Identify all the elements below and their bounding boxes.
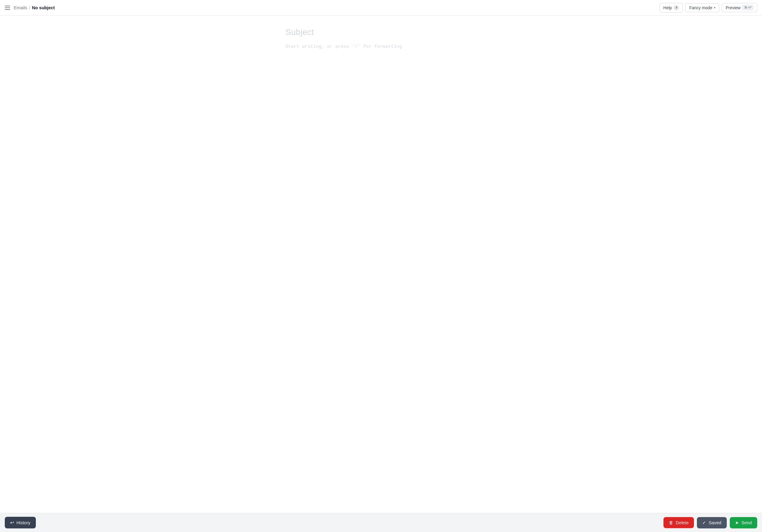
subject-field[interactable]: Subject [285,28,477,37]
navbar-left: Emails / No subject [5,5,55,10]
preview-shortcut: ⌘+P [742,5,753,10]
breadcrumb-current: No subject [32,5,55,10]
trash-icon: 🗑 [669,520,673,525]
delete-label: Delete [676,520,689,525]
help-question-badge: ? [674,5,679,10]
send-icon: ➤ [735,520,739,525]
breadcrumb-link-emails[interactable]: Emails [14,5,27,10]
fancy-mode-label: Fancy mode [689,5,712,10]
history-icon: ↩ [10,520,14,525]
fancy-mode-button[interactable]: Fancy mode ▾ [685,3,719,12]
delete-button[interactable]: 🗑 Delete [663,517,694,528]
preview-label: Preview [725,5,740,10]
footer-bar: ↩ History 🗑 Delete ✓ Saved ➤ Send [0,513,762,532]
body-field[interactable]: Start writing, or press '/' for formatti… [285,44,477,49]
preview-button[interactable]: Preview ⌘+P [722,3,757,12]
breadcrumb-separator: / [29,5,30,10]
send-label: Send [741,520,752,525]
saved-button[interactable]: ✓ Saved [697,517,727,528]
check-icon: ✓ [702,520,706,525]
editor-area[interactable]: Subject Start writing, or press '/' for … [0,16,762,513]
chevron-down-icon: ▾ [714,6,716,9]
footer-right: 🗑 Delete ✓ Saved ➤ Send [663,517,757,528]
navbar-right: Help ? Fancy mode ▾ Preview ⌘+P [659,3,757,13]
history-label: History [16,520,31,525]
editor-inner: Subject Start writing, or press '/' for … [279,28,483,49]
help-label: Help [663,5,672,10]
footer-left: ↩ History [5,517,36,528]
navbar: Emails / No subject Help ? Fancy mode ▾ … [0,0,762,16]
saved-label: Saved [709,520,722,525]
hamburger-icon[interactable] [5,6,10,10]
send-button[interactable]: ➤ Send [730,517,757,528]
breadcrumb: Emails / No subject [14,5,55,10]
history-button[interactable]: ↩ History [5,517,36,528]
help-button[interactable]: Help ? [659,3,683,13]
